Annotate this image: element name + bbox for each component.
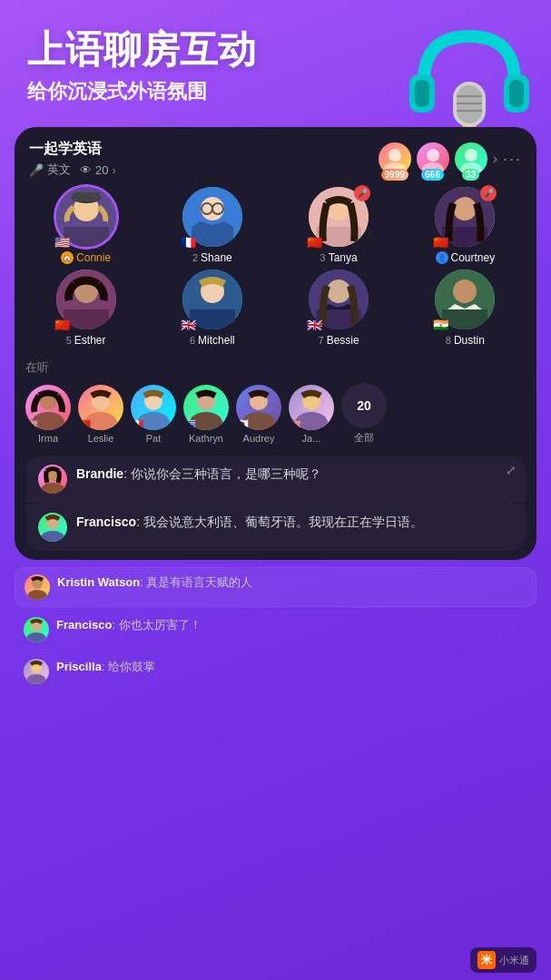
speaker-connie[interactable]: 🇺🇸 🏠 Connie bbox=[25, 187, 146, 264]
chat-message-brandie: Brandie: 你说你会三种语言，是哪三种呢？ ⤢ bbox=[25, 456, 526, 503]
listeners-count-button[interactable]: 20 bbox=[341, 383, 387, 428]
listener-name-audrey: Audrey bbox=[243, 433, 275, 444]
listener-irma[interactable]: 🇺🇸 Irma bbox=[25, 385, 71, 444]
speaker-avatar-shane: 🇫🇷 bbox=[182, 187, 242, 247]
listener-flag-audrey: 🇯🇵 bbox=[236, 418, 249, 430]
room-viewers[interactable]: 👁 20 › bbox=[80, 163, 116, 177]
chat-content-francisco: Francisco: 我会说意大利语、葡萄牙语。我现在正在学日语。 bbox=[76, 513, 513, 532]
listener-flag-ja: 🇺🇸 bbox=[289, 418, 301, 430]
speaker-avatar-tanya: 🎤 🇨🇳 bbox=[309, 187, 369, 247]
user-badge-courtney: 👤 bbox=[436, 251, 448, 264]
svg-rect-36 bbox=[64, 309, 109, 329]
listener-pat[interactable]: 🇫🇷 Pat bbox=[131, 385, 176, 444]
room-header: 一起学英语 🎤 英文 👁 20 › 9999 bbox=[15, 127, 536, 187]
listener-avatar-pat: 🇫🇷 bbox=[131, 385, 176, 430]
flag-shane: 🇫🇷 bbox=[181, 236, 196, 249]
speaker-avatar-bessie: 🇬🇧 bbox=[309, 270, 369, 329]
speaker-avatar-courtney: 🎤 🇨🇳 bbox=[435, 187, 495, 247]
listener-flag-pat: 🇫🇷 bbox=[131, 418, 143, 430]
listeners-row: 🇺🇸 Irma 🇨🇳 Leslie bbox=[25, 383, 526, 445]
bottom-msg-text-kristin: Kristin Watson: 真是有语言天赋的人 bbox=[57, 574, 252, 591]
top-user-3[interactable]: 33 bbox=[455, 142, 487, 175]
bottom-msg-francisco2: Francisco: 你也太厉害了！ bbox=[15, 611, 536, 649]
eye-icon: 👁 bbox=[80, 163, 92, 177]
svg-rect-39 bbox=[190, 309, 235, 329]
watermark: 米 小米通 bbox=[470, 947, 536, 973]
header-area: 上语聊房互动 给你沉浸式外语氛围 bbox=[0, 0, 551, 114]
svg-point-61 bbox=[41, 531, 64, 542]
listener-avatar-kathryn: 🇺🇾 bbox=[183, 385, 229, 430]
mic-off-tanya: 🎤 bbox=[354, 185, 370, 201]
speaker-bessie[interactable]: 🇬🇧 7 Bessie bbox=[279, 270, 399, 347]
room-name: 一起学英语 bbox=[29, 140, 116, 159]
svg-rect-21 bbox=[73, 192, 100, 201]
chat-text-brandie: Brandie: 你说你会三种语言，是哪三种呢？ bbox=[76, 465, 513, 484]
listener-kathryn[interactable]: 🇺🇾 Kathryn bbox=[183, 385, 229, 444]
svg-point-59 bbox=[41, 483, 64, 494]
speaker-shane[interactable]: 🇫🇷 2 Shane bbox=[152, 187, 272, 264]
listener-audrey[interactable]: 🇯🇵 Audrey bbox=[236, 385, 281, 444]
bottom-messages: Kristin Watson: 真是有语言天赋的人 Francisco: 你也太… bbox=[15, 567, 536, 691]
expand-chat-icon[interactable]: ⤢ bbox=[506, 463, 517, 477]
listener-avatar-audrey: 🇯🇵 bbox=[236, 385, 281, 430]
mic-icon: 🎤 bbox=[29, 163, 44, 177]
room-top-users: 9999 666 33 › ··· bbox=[379, 142, 522, 175]
speakers-row-1: 🇺🇸 🏠 Connie bbox=[15, 187, 536, 273]
watermark-text: 小米通 bbox=[499, 954, 529, 967]
speaker-tanya[interactable]: 🎤 🇨🇳 3 Tanya bbox=[279, 187, 399, 264]
view-all-label[interactable]: 全部 bbox=[354, 431, 374, 445]
listener-leslie[interactable]: 🇨🇳 Leslie bbox=[78, 385, 123, 444]
speaker-mitchell[interactable]: 🇬🇧 6 Mitchell bbox=[152, 270, 272, 347]
svg-point-67 bbox=[26, 674, 46, 684]
speaker-name-bessie: 7 Bessie bbox=[319, 334, 359, 347]
svg-rect-19 bbox=[64, 227, 109, 247]
flag-bessie: 🇬🇧 bbox=[307, 318, 322, 331]
listener-name-irma: Irma bbox=[38, 433, 58, 444]
chat-avatar-francisco bbox=[38, 513, 67, 542]
flag-esther: 🇨🇳 bbox=[54, 318, 70, 331]
svg-point-41 bbox=[327, 279, 350, 303]
speaker-name-courtney: 👤 Courtney bbox=[436, 251, 496, 264]
mic-off-courtney: 🎤 bbox=[480, 185, 497, 201]
chevron-right-icon: › bbox=[112, 163, 115, 177]
listener-flag-leslie: 🇨🇳 bbox=[78, 418, 91, 430]
room-language: 🎤 英文 bbox=[29, 162, 71, 178]
chat-text-francisco: Francisco: 我会说意大利语、葡萄牙语。我现在正在学日语。 bbox=[76, 513, 513, 532]
speaker-courtney[interactable]: 🎤 🇨🇳 👤 Courtney bbox=[405, 187, 526, 264]
speaker-avatar-connie: 🇺🇸 bbox=[56, 187, 116, 247]
svg-point-44 bbox=[453, 279, 477, 303]
top-user-badge-3: 33 bbox=[462, 169, 479, 181]
listener-flag-irma: 🇺🇸 bbox=[25, 418, 38, 430]
svg-point-13 bbox=[427, 149, 439, 162]
host-badge-connie: 🏠 bbox=[61, 251, 74, 264]
top-user-badge-2: 666 bbox=[421, 169, 444, 181]
svg-rect-24 bbox=[192, 227, 233, 247]
speaker-dustin[interactable]: 🇮🇳 8 Dustin bbox=[405, 270, 526, 347]
top-user-1[interactable]: 9999 bbox=[379, 142, 411, 175]
listeners-label: 在听 bbox=[25, 359, 526, 376]
listener-name-ja: Ja... bbox=[302, 433, 321, 444]
expand-users-icon[interactable]: › bbox=[493, 151, 497, 167]
speaker-esther[interactable]: 🇨🇳 5 Esther bbox=[25, 270, 146, 347]
listener-ja[interactable]: 🇺🇸 Ja... bbox=[289, 385, 334, 444]
top-user-2[interactable]: 666 bbox=[417, 142, 449, 175]
chat-message-francisco: Francisco: 我会说意大利语、葡萄牙语。我现在正在学日语。 bbox=[25, 504, 526, 551]
speaker-avatar-mitchell: 🇬🇧 bbox=[182, 270, 242, 329]
speaker-avatar-esther: 🇨🇳 bbox=[56, 270, 116, 329]
bottom-msg-avatar-francisco2 bbox=[24, 617, 49, 642]
more-options-icon[interactable]: ··· bbox=[503, 150, 522, 169]
listener-name-leslie: Leslie bbox=[88, 433, 114, 444]
svg-rect-45 bbox=[442, 309, 487, 329]
listener-avatar-ja: 🇺🇸 bbox=[289, 385, 334, 430]
flag-dustin: 🇮🇳 bbox=[433, 318, 448, 331]
speaker-name-tanya: 3 Tanya bbox=[320, 251, 358, 264]
speaker-name-shane: 2 Shane bbox=[192, 251, 232, 264]
svg-point-11 bbox=[389, 149, 401, 162]
chat-avatar-brandie bbox=[38, 465, 67, 494]
top-user-badge-1: 9999 bbox=[381, 169, 408, 181]
listeners-count-group[interactable]: 20 全部 bbox=[341, 383, 387, 445]
svg-point-65 bbox=[26, 632, 46, 642]
chat-area: Brandie: 你说你会三种语言，是哪三种呢？ ⤢ Francisco: 我会… bbox=[25, 456, 526, 551]
listener-name-kathryn: Kathryn bbox=[189, 433, 223, 444]
bottom-msg-kristin: Kristin Watson: 真是有语言天赋的人 bbox=[15, 567, 536, 607]
